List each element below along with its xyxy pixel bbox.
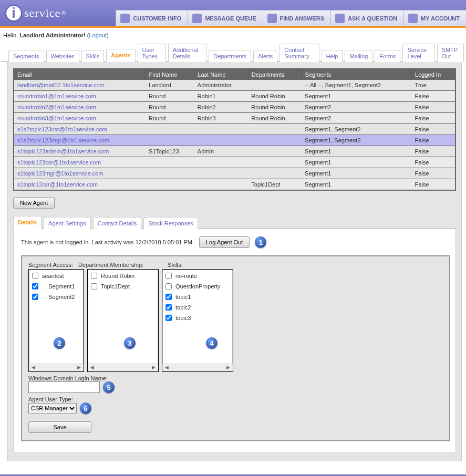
segment-access-listbox[interactable]: seantest. . Segment1. . Segment2◄► [28,269,84,372]
table-row[interactable]: s1s2topic123csr@1to1service.comSegment1,… [14,124,455,135]
tab-segments[interactable]: Segments [8,50,44,62]
col-first-name[interactable]: First Name [146,69,194,80]
list-item[interactable]: QuestionProperty [163,281,232,292]
agent-email-link[interactable]: roundrobin3@1to1service.com [17,115,96,121]
tab-mailing[interactable]: Mailing [345,50,372,62]
list-checkbox[interactable] [32,273,38,279]
col-segments[interactable]: Segments [302,69,411,80]
table-row[interactable]: roundrobin2@1to1service.comRoundRobin2Ro… [14,102,455,113]
cell-dept [248,157,302,168]
cell-first [146,179,194,191]
subtab-stock-responses[interactable]: Stock Responses [143,217,198,229]
tab-alerts[interactable]: Alerts [253,50,277,62]
cell-seg: Segment1, Segment2 [302,135,411,146]
agent-email-link[interactable]: s1topic123admin@1to1service.com [17,148,109,154]
cell-last: Robin2 [194,102,248,113]
tab-forms[interactable]: Forms [375,50,400,62]
cell-seg: Segment2 [302,102,411,113]
col-logged-in[interactable]: Logged In [412,69,455,80]
list-checkbox[interactable] [32,294,38,300]
table-row[interactable]: roundrobin3@1to1service.comRoundRobin3Ro… [14,113,455,124]
tab-help[interactable]: Help [322,50,343,62]
agent-email-link[interactable]: s1s2topic123mgr@1to1service.com [17,137,109,143]
list-item[interactable]: topic1 [163,292,232,302]
col-email[interactable]: Email [14,69,146,80]
cell-seg: Segment1 [302,179,411,191]
table-row[interactable]: s1s2topic123mgr@1to1service.comSegment1,… [14,135,455,146]
agent-email-link[interactable]: s1topic123mgr@1to1service.com [17,170,103,177]
log-agent-out-button[interactable]: Log Agent Out [199,236,250,248]
list-item[interactable]: no-route [163,271,232,281]
list-checkbox[interactable] [32,283,38,289]
nav-my-account[interactable]: MY ACCOUNT [403,10,466,26]
detail-columns: Segment Access: Department Membership: S… [28,262,443,269]
tab-websites[interactable]: Websites [46,50,79,62]
col-last-name[interactable]: Last Name [194,69,248,80]
agent-email-link[interactable]: s1topic12csr@1to1service.com [17,181,98,188]
cell-last [194,157,248,168]
list-checkbox[interactable] [165,304,172,311]
list-item[interactable]: Topic1Dept [89,281,157,292]
scrollbar[interactable]: ◄► [29,364,84,371]
list-checkbox[interactable] [165,315,172,321]
save-button[interactable]: Save [28,421,91,433]
table-row[interactable]: landlord@mail02.1to1service.comLandlordA… [14,80,455,91]
scrollbar[interactable]: ◄► [162,364,233,371]
list-label: . . Segment1 [42,283,75,289]
nav-find-answers[interactable]: FIND ANSWERS [263,10,331,26]
tab-user-types[interactable]: User Types [138,44,166,62]
cell-last: Administrator [194,80,248,91]
windows-login-input[interactable] [28,381,100,393]
user-type-select[interactable]: CSR Manager [28,403,77,413]
agent-subtabstrip: DetailsAgent SettingsContact DetailsStoc… [13,215,456,229]
list-checkbox[interactable] [165,283,172,289]
cell-first: S1Topic123 [146,146,194,157]
table-row[interactable]: s1topic123admin@1to1service.comS1Topic12… [14,146,455,157]
logout-link[interactable]: Logout [89,32,107,38]
cell-dept: Round Robin [248,91,302,102]
new-agent-button[interactable]: New Agent [13,197,55,209]
list-item[interactable]: seantest [30,271,82,281]
list-item[interactable]: topic3 [163,313,232,323]
subtab-agent-settings[interactable]: Agent Settings [44,217,91,229]
nav-ask-a-question[interactable]: ASK A QUESTION [330,10,403,26]
cell-seg: Segment1 [302,146,411,157]
agent-email-link[interactable]: roundrobin2@1to1service.com [17,104,96,110]
skills-listbox[interactable]: no-routeQuestionPropertytopic1topic2topi… [162,269,233,372]
agent-email-link[interactable]: s1s2topic123csr@1to1service.com [17,126,107,132]
list-label: seantest [42,273,64,279]
subtab-details[interactable]: Details [13,216,42,229]
table-row[interactable]: s1topic123mgr@1to1service.comSegment1Fal… [14,168,455,179]
department-listbox[interactable]: Round RobinTopic1Dept◄► [87,269,159,372]
tab-service-level[interactable]: Service Level [402,44,434,62]
callout-5: 5 [103,381,115,393]
tab-additional-details[interactable]: Additional Details [168,44,207,62]
tab-departments[interactable]: Departments [209,50,251,62]
nav-customer-info[interactable]: CUSTOMER INFO [116,10,188,26]
nav-icon [408,14,418,23]
list-item[interactable]: . . Segment2 [30,292,82,302]
tab-skills[interactable]: Skills [81,50,105,62]
agent-email-link[interactable]: s1topic123csr@1to1service.com [17,159,101,165]
list-item[interactable]: . . Segment1 [30,281,82,292]
tab-contact-summary[interactable]: Contact Summary [279,44,319,62]
list-checkbox[interactable] [165,273,172,279]
table-row[interactable]: s1topic12csr@1to1service.comTopic1DeptSe… [14,179,455,191]
details-subpanel: This agent is not logged in. Last activi… [13,229,456,452]
tab-agents[interactable]: Agents [106,49,135,62]
agent-email-link[interactable]: roundrobin1@1to1service.com [17,93,96,99]
table-row[interactable]: s1topic123csr@1to1service.comSegment1Fal… [14,157,455,168]
subtab-contact-details[interactable]: Contact Details [93,217,142,229]
scrollbar[interactable]: ◄► [88,364,158,371]
list-checkbox[interactable] [91,273,97,279]
table-row[interactable]: roundrobin1@1to1service.comRoundRobin1Ro… [14,91,455,102]
agent-email-link[interactable]: landlord@mail02.1to1service.com [17,82,105,88]
list-checkbox[interactable] [165,294,172,300]
list-item[interactable]: Round Robin [89,271,157,281]
nav-message-queue[interactable]: MESSAGE QUEUE [188,10,262,26]
list-checkbox[interactable] [91,283,97,289]
list-label: QuestionProperty [175,283,221,289]
col-departments[interactable]: Departments [248,69,302,80]
list-item[interactable]: topic2 [163,302,232,313]
tab-smtp-out[interactable]: SMTP Out [437,44,464,62]
